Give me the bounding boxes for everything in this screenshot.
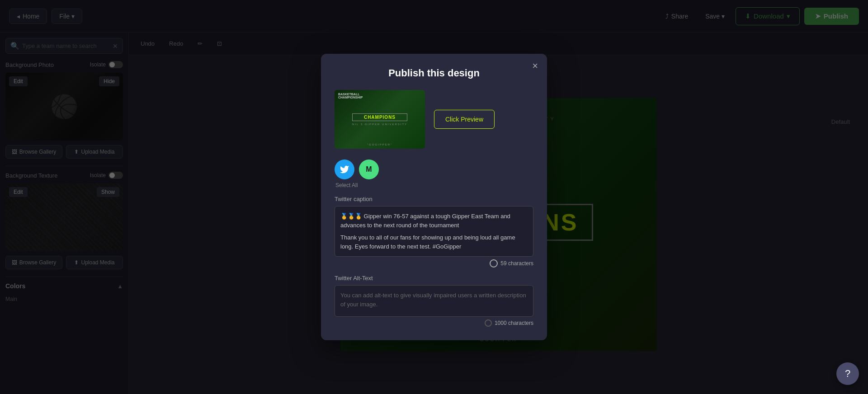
modal-preview-section: CHAMPIONS NIL 3 GIPPER UNIVERSITY BASKET… bbox=[335, 90, 533, 149]
alt-char-icon bbox=[485, 319, 492, 327]
modal-overlay[interactable]: × Publish this design CHAMPIONS NIL 3 GI… bbox=[0, 0, 868, 394]
alt-text-box[interactable]: You can add alt-text to give visually im… bbox=[335, 285, 533, 317]
alt-char-count-text: 1000 characters bbox=[495, 320, 533, 326]
caption-text: 🥇🥇🥇 Gipper win 76-57 against a tough Gip… bbox=[340, 212, 528, 230]
design-preview-image: CHAMPIONS NIL 3 GIPPER UNIVERSITY BASKET… bbox=[335, 90, 425, 149]
twitter-caption-label: Twitter caption bbox=[335, 196, 533, 202]
alt-char-count-row: 1000 characters bbox=[335, 319, 533, 327]
modal-title: Publish this design bbox=[335, 67, 533, 79]
twitter-caption-box[interactable]: 🥇🥇🥇 Gipper win 76-57 against a tough Gip… bbox=[335, 206, 533, 257]
help-button[interactable]: ? bbox=[836, 362, 859, 385]
click-preview-button[interactable]: Click Preview bbox=[434, 110, 495, 129]
caption-text-2: Thank you to all of our fans for showing… bbox=[340, 233, 528, 251]
twitter-alt-text-section: Twitter Alt-Text You can add alt-text to… bbox=[335, 275, 533, 327]
char-count-text: 59 characters bbox=[500, 260, 533, 267]
alt-text-placeholder: You can add alt-text to give visually im… bbox=[340, 291, 528, 309]
char-count-row: 59 characters bbox=[335, 259, 533, 267]
twitter-alt-text-label: Twitter Alt-Text bbox=[335, 275, 533, 281]
meta-icon[interactable]: M bbox=[359, 159, 379, 179]
publish-modal: × Publish this design CHAMPIONS NIL 3 GI… bbox=[321, 54, 547, 340]
twitter-icon[interactable] bbox=[335, 159, 354, 179]
modal-close-button[interactable]: × bbox=[532, 61, 538, 71]
twitter-col bbox=[335, 159, 354, 179]
social-icons-section: M Select All bbox=[335, 159, 533, 188]
meta-col: M bbox=[359, 159, 379, 179]
char-count-icon bbox=[490, 259, 498, 267]
select-all-label: Select All bbox=[335, 182, 533, 188]
twitter-caption-section: Twitter caption 🥇🥇🥇 Gipper win 76-57 aga… bbox=[335, 196, 533, 267]
social-icons-row: M bbox=[335, 159, 533, 179]
